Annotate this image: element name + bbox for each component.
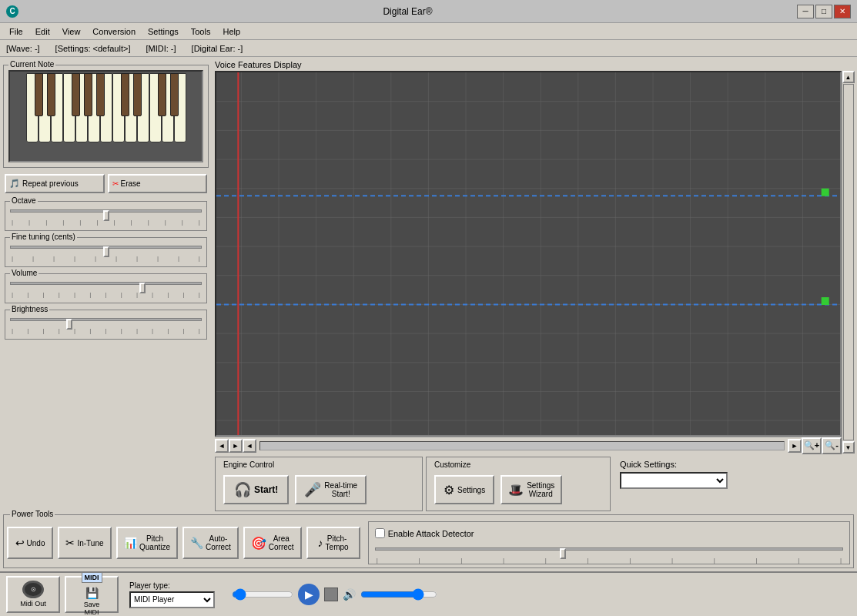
v-scroll-thumb[interactable]: [843, 84, 854, 440]
attack-detector-slider[interactable]: [375, 543, 843, 555]
fine-tuning-label: Fine tuning (cents): [10, 233, 77, 241]
start-button[interactable]: 🎧 Start!: [223, 475, 289, 504]
horizontal-scroll-area: ◄ ► ◄ ► 🔍+ 🔍-: [215, 437, 842, 454]
main-container: Current Note: [0, 57, 857, 616]
transport-area: ▶ 🔊: [232, 584, 851, 605]
player-type-label: Player type:: [129, 581, 215, 590]
piano-black-key-cs2[interactable]: [121, 73, 129, 116]
scroll-right-button[interactable]: ►: [229, 439, 243, 453]
brightness-slider[interactable]: [10, 313, 202, 326]
midi-out-label: Midi Out: [20, 601, 46, 608]
piano-black-key-cs[interactable]: [35, 73, 43, 116]
pitch-quantize-icon: 📊: [124, 537, 137, 549]
zoom-in-button[interactable]: 🔍+: [802, 437, 822, 454]
voice-display: [215, 71, 842, 437]
octave-slider[interactable]: [10, 205, 202, 217]
attack-detector-checkbox[interactable]: [375, 528, 385, 538]
scroll-left-button[interactable]: ◄: [215, 439, 229, 453]
piano-black-key-ds2[interactable]: [133, 73, 142, 116]
player-type-select[interactable]: MIDI Player DirectSound Player Wave Play…: [129, 591, 215, 608]
fine-tuning-slider[interactable]: [10, 241, 202, 253]
volume-slider[interactable]: [10, 277, 202, 290]
menu-bar: File Edit View Conversion Settings Tools…: [0, 23, 857, 40]
settings-icon: ⚙: [444, 483, 454, 497]
status-wave: [Wave: -]: [6, 44, 40, 53]
close-button[interactable]: ✕: [834, 5, 851, 18]
title-bar: C Digital Ear® ─ □ ✕: [0, 0, 857, 23]
save-midi-button[interactable]: MIDI 💾 SaveMIDI: [65, 576, 119, 613]
current-note-box: Current Note: [3, 65, 209, 168]
midi-out-icon: ⊙: [22, 581, 44, 598]
pitch-tempo-button[interactable]: ♪ Pitch-Tempo: [306, 527, 360, 559]
midi-out-button[interactable]: ⊙ Midi Out: [6, 576, 60, 613]
status-bar: [Wave: -] [Settings: <default>] [MIDI: -…: [0, 40, 857, 57]
piano-black-key-as[interactable]: [96, 73, 105, 116]
minimize-button[interactable]: ─: [797, 5, 814, 18]
erase-icon: ✂: [112, 179, 119, 188]
play-button[interactable]: ▶: [298, 584, 320, 605]
start-icon: 🎧: [234, 481, 251, 498]
volume-label: Volume: [10, 269, 38, 277]
intune-icon: ✂: [65, 537, 75, 549]
menu-edit[interactable]: Edit: [29, 25, 56, 38]
wizard-icon: 🎩: [508, 483, 524, 497]
attack-detector-checkbox-row: Enable Attack Detector: [375, 525, 843, 538]
intune-button[interactable]: ✂ In-Tune: [58, 527, 112, 559]
vertical-scrollbar: ▲ ▼: [842, 71, 854, 454]
brightness-group: Brightness |||||||||||||: [5, 310, 207, 340]
menu-settings[interactable]: Settings: [142, 25, 185, 38]
current-note-label: Current Note: [8, 60, 55, 69]
area-correct-button[interactable]: 🎯 AreaCorrect: [243, 527, 302, 559]
restore-button[interactable]: □: [815, 5, 832, 18]
content-area: Current Note: [0, 57, 857, 514]
voice-display-label: Voice Features Display: [215, 60, 854, 69]
pitch-quantize-button[interactable]: 📊 PitchQuantize: [116, 527, 178, 559]
erase-label: Erase: [121, 179, 141, 188]
pitch-tempo-icon: ♪: [318, 537, 323, 549]
grid-svg: [216, 72, 840, 435]
repeat-icon: 🎵: [9, 179, 20, 189]
transport-position-slider[interactable]: [232, 588, 293, 601]
scroll-up-button[interactable]: ▲: [842, 71, 855, 83]
attack-detector-box: Enable Attack Detector ||||||||||||: [368, 521, 850, 564]
customize-box: Customize ⚙ Settings 🎩 SettingsWizard: [426, 457, 611, 511]
piano-black-key-fs[interactable]: [72, 73, 80, 116]
zoom-out-button[interactable]: 🔍-: [822, 437, 842, 454]
quick-settings-label: Quick Settings:: [620, 460, 848, 469]
repeat-previous-button[interactable]: 🎵 Repeat previous: [5, 174, 105, 193]
menu-tools[interactable]: Tools: [185, 25, 217, 38]
menu-help[interactable]: Help: [216, 25, 246, 38]
auto-correct-icon: 🔧: [190, 537, 203, 549]
brightness-ticks: |||||||||||||: [10, 327, 202, 334]
piano-black-key-gs2[interactable]: [170, 73, 179, 116]
realtime-start-button[interactable]: 🎤 Real-timeStart!: [295, 475, 367, 504]
scroll-small-right-button[interactable]: ►: [788, 439, 802, 453]
stop-button[interactable]: [324, 588, 338, 601]
quick-settings-select[interactable]: [620, 472, 728, 489]
wizard-button[interactable]: 🎩 SettingsWizard: [500, 475, 562, 504]
svg-rect-31: [822, 189, 829, 196]
right-panel: Voice Features Display: [212, 57, 857, 514]
piano-black-key-gs[interactable]: [84, 73, 92, 116]
status-digitalear: [Digital Ear: -]: [192, 44, 243, 53]
piano-black-key-fs2[interactable]: [158, 73, 166, 116]
menu-file[interactable]: File: [3, 25, 29, 38]
svg-rect-32: [822, 297, 829, 305]
erase-button[interactable]: ✂ Erase: [108, 174, 208, 193]
h-scroll-track[interactable]: [259, 441, 785, 450]
status-midi: [MIDI: -]: [146, 44, 176, 53]
piano-black-key-ds[interactable]: [47, 73, 55, 116]
menu-conversion[interactable]: Conversion: [86, 25, 142, 38]
settings-button[interactable]: ⚙ Settings: [434, 475, 494, 504]
playback-volume-slider[interactable]: [360, 588, 437, 601]
auto-correct-button[interactable]: 🔧 Auto-Correct: [182, 527, 239, 559]
quick-settings-box: Quick Settings:: [614, 457, 854, 511]
engine-control-label: Engine Control: [222, 460, 416, 469]
engine-control-box: Engine Control 🎧 Start! 🎤 Real-timeStart…: [215, 457, 423, 511]
undo-button[interactable]: ↩ Undo: [7, 527, 53, 559]
scroll-down-button[interactable]: ▼: [842, 441, 855, 454]
menu-view[interactable]: View: [56, 25, 87, 38]
piano-display: [8, 70, 203, 162]
start-label: Start!: [254, 484, 278, 495]
scroll-small-left-button[interactable]: ◄: [243, 439, 256, 453]
